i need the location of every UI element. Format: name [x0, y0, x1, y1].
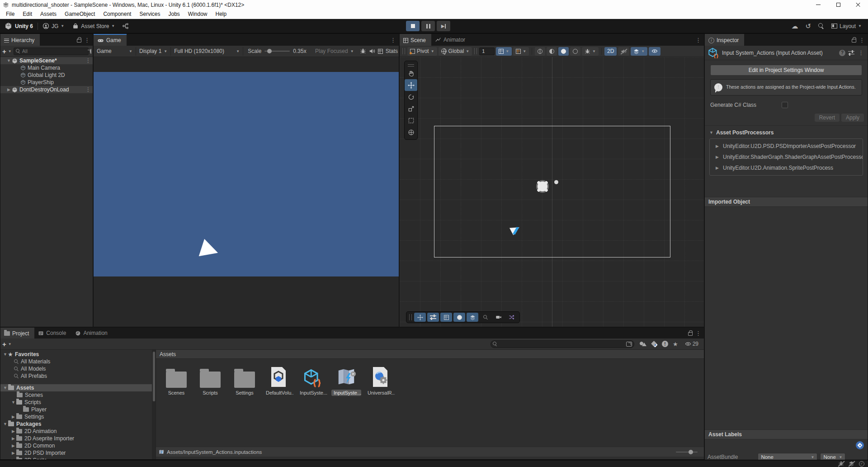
tree-item-2d-common[interactable]: ▶2D Common	[0, 442, 152, 449]
move-tool[interactable]	[405, 79, 417, 91]
tree-item-2d-psd[interactable]: ▶2D PSD Importer	[0, 449, 152, 457]
grid-visibility-button[interactable]: ▼	[496, 47, 512, 56]
shaded-wireframe-button[interactable]	[535, 47, 545, 56]
asset-item-inputsystem-asset[interactable]: InputSyste...	[297, 366, 327, 397]
maximize-button[interactable]	[828, 0, 848, 10]
menu-component[interactable]: Component	[99, 10, 135, 19]
debug-bug-icon[interactable]	[360, 48, 366, 54]
kebab-menu-icon[interactable]: ⋮	[81, 34, 93, 46]
scale-tool[interactable]	[405, 103, 417, 114]
ok-status-icon[interactable]: ✓	[859, 461, 864, 467]
toolbar-drag-handle[interactable]	[402, 48, 405, 54]
game-viewport[interactable]	[94, 57, 399, 327]
vsync-grid-icon[interactable]	[378, 49, 383, 54]
hierarchy-search-input[interactable]	[22, 48, 86, 54]
kebab-menu-icon[interactable]: ⋮	[85, 86, 91, 93]
gameobject-row[interactable]: Main Camera	[0, 64, 93, 71]
rotate-tool[interactable]	[405, 91, 417, 103]
shading-mode-button[interactable]	[547, 47, 557, 56]
help-icon[interactable]: ?	[839, 50, 845, 56]
add-gameobject-button[interactable]: +	[2, 48, 6, 55]
menu-services[interactable]: Services	[135, 10, 164, 19]
menu-jobs[interactable]: Jobs	[164, 10, 184, 19]
asset-postprocessors-foldout[interactable]: ▼ Asset PostProcessors	[705, 126, 868, 138]
tree-item-all-models[interactable]: All Models	[0, 365, 152, 372]
favorites-star-icon[interactable]: ★	[673, 341, 678, 348]
chevron-down-icon[interactable]: ▼	[8, 49, 12, 53]
project-search[interactable]	[491, 340, 634, 348]
lighting-toggle[interactable]	[558, 47, 569, 56]
postprocessor-row[interactable]: ▶UnityEditor.U2D.Animation.SpritePostPro…	[710, 162, 863, 173]
revert-button[interactable]: Revert	[815, 114, 840, 122]
view-options-button[interactable]	[427, 313, 439, 322]
play-button[interactable]	[406, 21, 420, 31]
asset-item-inputsystem-selected[interactable]: InputSyste...	[331, 366, 361, 397]
account-dropdown[interactable]: JG▼	[42, 23, 64, 29]
kebab-menu-icon[interactable]: ⋮	[856, 34, 868, 46]
scene-visibility-toggle[interactable]	[649, 47, 660, 56]
overlay-drag-handle[interactable]	[409, 314, 412, 320]
tab-scene[interactable]: Scene	[400, 34, 431, 46]
step-button[interactable]: ▶	[437, 21, 450, 31]
scale-slider[interactable]	[264, 51, 290, 52]
menu-assets[interactable]: Assets	[36, 10, 61, 19]
lock-icon[interactable]	[688, 332, 693, 336]
scrollbar-thumb[interactable]	[153, 352, 155, 401]
menu-gameobject[interactable]: GameObject	[61, 10, 99, 19]
toolbar-drag-handle[interactable]	[474, 48, 477, 54]
lock-icon[interactable]	[77, 39, 81, 43]
search-by-type-icon[interactable]	[640, 342, 646, 346]
grid-settings-button[interactable]	[440, 313, 452, 322]
foldout-open-icon[interactable]: ▼	[6, 58, 12, 63]
tab-animator[interactable]: Animator	[431, 34, 471, 46]
open-new-window-icon[interactable]	[626, 342, 632, 347]
stats-toggle[interactable]: Stats	[386, 48, 398, 54]
tree-scrollbar[interactable]	[152, 350, 156, 459]
cache-disabled-icon[interactable]	[849, 461, 854, 467]
2d-mode-toggle[interactable]: 2D	[604, 47, 617, 56]
hierarchy-search[interactable]	[14, 48, 89, 55]
minimize-button[interactable]	[808, 0, 828, 10]
lock-icon[interactable]	[852, 39, 856, 43]
tree-item-all-materials[interactable]: All Materials	[0, 358, 152, 365]
search-button[interactable]	[480, 313, 491, 322]
tab-hierarchy[interactable]: Hierarchy	[0, 34, 40, 46]
asset-item-scripts[interactable]: Scripts	[195, 366, 225, 397]
icon-size-slider-thumb[interactable]	[689, 450, 693, 454]
tab-console[interactable]: Console	[34, 328, 71, 338]
camera-preview-button[interactable]	[493, 313, 505, 322]
render-mode-button[interactable]	[453, 313, 465, 322]
kebab-menu-icon[interactable]: ⋮	[693, 328, 704, 338]
gameobject-row[interactable]: Global Light 2D	[0, 71, 93, 79]
scene-audio-mute-toggle[interactable]	[618, 47, 629, 56]
view-hand-tool[interactable]	[405, 67, 417, 79]
search-by-label-icon[interactable]	[651, 341, 657, 347]
close-button[interactable]	[848, 0, 868, 10]
audio-mute-icon[interactable]	[369, 48, 375, 54]
pause-button[interactable]	[421, 21, 435, 31]
create-asset-button[interactable]: +	[2, 340, 6, 348]
version-control-icon[interactable]	[122, 23, 129, 29]
postprocessor-row[interactable]: ▶UnityEditor.ShaderGraph.ShaderGraphAsse…	[710, 152, 863, 162]
generate-class-checkbox[interactable]	[782, 102, 788, 108]
gizmos-button[interactable]	[467, 313, 478, 322]
scene-viewport[interactable]	[400, 57, 704, 327]
post-processing-toggle[interactable]	[570, 47, 580, 56]
presets-icon[interactable]	[848, 50, 854, 56]
play-focused-dropdown[interactable]: Play Focused▼	[312, 47, 357, 56]
dontdestroy-row[interactable]: ▶ DontDestroyOnLoad ⋮	[0, 86, 93, 93]
tree-item-scripts[interactable]: ▼Scripts	[0, 399, 152, 406]
asset-item-universalrp[interactable]: UniversalR...	[365, 366, 395, 397]
menu-window[interactable]: Window	[184, 10, 212, 19]
kebab-menu-icon[interactable]: ⋮	[85, 57, 91, 64]
tree-item-player[interactable]: Player	[0, 406, 152, 413]
kebab-menu-icon[interactable]: ⋮	[857, 49, 865, 56]
scene-effects-dropdown[interactable]: ▼	[631, 47, 647, 56]
overlay-drag-handle[interactable]	[408, 64, 414, 67]
random-tool-button[interactable]	[506, 313, 518, 322]
foldout-closed-icon[interactable]: ▶	[6, 87, 12, 92]
tab-inspector[interactable]: i Inspector	[705, 34, 744, 46]
asset-store-dropdown[interactable]: Asset Store▼	[72, 23, 115, 29]
scale-slider-thumb[interactable]	[267, 49, 272, 53]
debugger-disabled-icon[interactable]	[838, 461, 844, 467]
